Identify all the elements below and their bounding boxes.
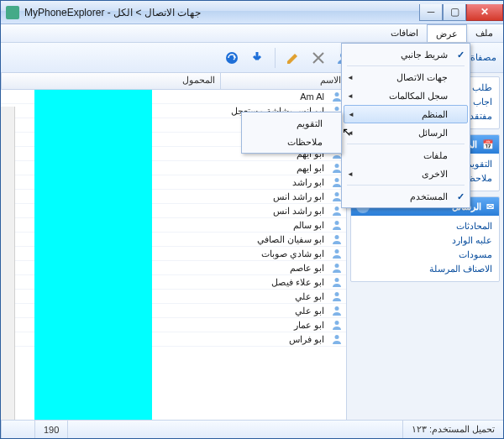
check-icon: ✓ (457, 50, 465, 60)
menu-file[interactable]: ملف (467, 24, 501, 42)
svg-point-7 (335, 107, 339, 111)
sidebar-link-inbox[interactable]: علبه الوارد (358, 233, 492, 248)
titlebar: MyPhoneExplorer - جهات الاتصال > الكل ─ … (1, 1, 503, 24)
status-count: 190 (34, 421, 67, 438)
menu-item-3[interactable]: المنظم◄ (344, 105, 468, 123)
svg-point-11 (335, 164, 339, 168)
person-icon (328, 290, 346, 302)
contact-name: ابو سالم (220, 220, 328, 231)
contact-name: ابو شادي صوبات (220, 248, 328, 259)
col-header-mobile[interactable]: المحمول (1, 73, 220, 89)
svg-point-18 (335, 264, 339, 268)
contact-name: ابو سفيان الصافي (220, 234, 328, 245)
grid-header: الاسم المحمول (1, 73, 346, 90)
status-loading: تحميل المستخدم: ١٢٣ (402, 421, 503, 438)
envelope-icon: ✉ (486, 201, 494, 212)
svg-point-6 (335, 92, 339, 97)
svg-point-21 (335, 306, 339, 311)
contact-name: ابو ايهم (220, 163, 328, 174)
person-icon (328, 276, 346, 288)
submenu-arrow-icon: ◄ (347, 129, 354, 137)
contact-name: ابو عاصم (220, 263, 328, 274)
maximize-button[interactable]: ▢ (443, 4, 466, 21)
submenu-arrow-icon: ◄ (347, 74, 354, 81)
statusbar: تحميل المستخدم: ١٢٣ 190 (1, 420, 503, 438)
menu-item-2[interactable]: سجل المكالمات◄ (344, 86, 468, 105)
submenu-item-0[interactable]: التقويم (244, 114, 339, 133)
contact-name: ابو علي (220, 306, 328, 316)
edit-icon[interactable] (282, 47, 304, 69)
svg-point-17 (335, 249, 339, 253)
menu-view[interactable]: عرض (427, 24, 467, 42)
window-title: MyPhoneExplorer - جهات الاتصال > الكل (24, 7, 201, 18)
submenu-arrow-icon: ◄ (348, 111, 354, 118)
vertical-scrollbar[interactable] (1, 107, 15, 420)
contact-name: ابو علي (220, 291, 328, 302)
sidebar-link-conversations[interactable]: المحادثات (358, 219, 492, 233)
svg-point-13 (335, 192, 339, 196)
sidebar-link-sent[interactable]: الاصناف المرسلة (358, 262, 492, 276)
sidebar-panel-messages: ✉ الرسائل ⌃ المحادثات علبه الوارد مسودات… (350, 196, 500, 282)
person-icon (328, 305, 346, 316)
contact-name: Am Al (220, 91, 328, 102)
view-dropdown: ✓شريط جانبيجهات الاتصال◄سجل المكالمات◄ال… (341, 43, 470, 208)
menu-item-5[interactable]: ملفات (344, 146, 468, 165)
person-icon (328, 262, 346, 274)
download-icon[interactable] (246, 47, 268, 69)
svg-point-5 (226, 52, 238, 64)
sync-icon[interactable] (221, 47, 243, 69)
app-icon (6, 6, 19, 19)
person-icon (328, 248, 346, 259)
svg-point-23 (335, 335, 339, 339)
menu-item-0[interactable]: ✓شريط جانبي (344, 45, 468, 64)
svg-point-14 (335, 206, 339, 211)
menubar: ملف عرض اضافات (1, 24, 503, 43)
menu-item-1[interactable]: جهات الاتصال◄ (344, 68, 468, 86)
svg-point-15 (335, 221, 339, 225)
redaction-block (34, 90, 152, 420)
person-icon (328, 319, 346, 331)
filter-label: مصفاة (470, 52, 496, 63)
check-icon: ✓ (457, 191, 465, 202)
contact-name: ابو فراس (220, 334, 328, 345)
person-icon (328, 219, 346, 231)
menu-item-7[interactable]: ✓المستخدم (344, 187, 468, 206)
svg-point-20 (335, 292, 339, 296)
menu-item-4[interactable]: الرسائل◄ (344, 123, 468, 142)
submenu-item-1[interactable]: ملاحظات (244, 133, 339, 151)
organizer-icon: 📅 (482, 139, 494, 150)
contact-name: ابو علاء فيصل (220, 277, 328, 288)
organizer-submenu: التقويمملاحظات (241, 112, 342, 154)
svg-point-16 (335, 235, 339, 239)
contact-name: ابو راشد انس (220, 206, 328, 217)
person-icon (328, 233, 346, 245)
contact-name: ابو راشد انس (220, 191, 328, 202)
contact-name: ابو عمار (220, 320, 328, 331)
minimize-button[interactable]: ─ (419, 4, 443, 21)
close-button[interactable]: ✕ (466, 4, 503, 21)
svg-point-12 (335, 178, 339, 182)
submenu-arrow-icon: ◄ (347, 92, 354, 100)
person-icon (328, 333, 346, 345)
menu-item-6[interactable]: الاخرى◄ (344, 165, 468, 183)
app-window: MyPhoneExplorer - جهات الاتصال > الكل ─ … (0, 0, 504, 439)
submenu-arrow-icon: ◄ (347, 170, 354, 178)
svg-point-19 (335, 278, 339, 282)
col-header-name[interactable]: الاسم (220, 73, 346, 89)
svg-point-22 (335, 321, 339, 325)
menu-addons[interactable]: اضافات (382, 24, 427, 42)
contact-name: ابو راشد (220, 177, 328, 188)
delete-icon[interactable] (307, 47, 329, 69)
sidebar-link-drafts[interactable]: مسودات (358, 248, 492, 262)
